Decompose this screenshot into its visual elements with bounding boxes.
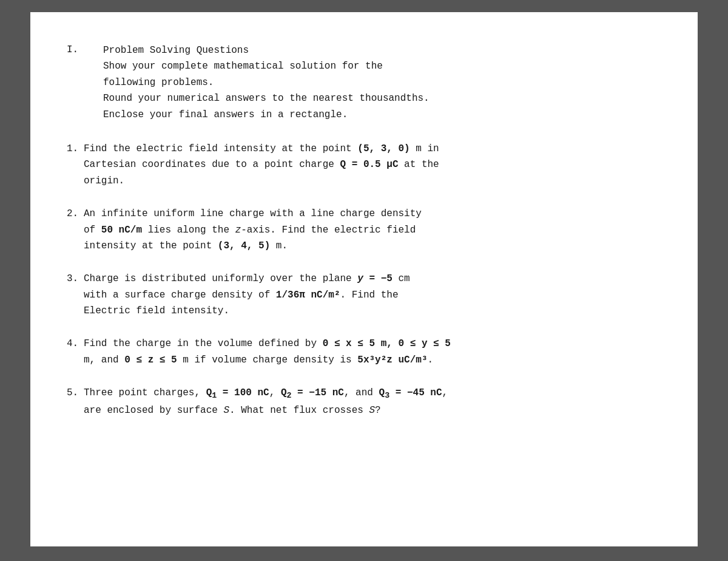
problem-5-body: Three point charges, Q1 = 100 nC, Q2 = −… [84, 385, 661, 419]
problem-3-line-2: with a surface charge density of 1/36π n… [84, 287, 661, 303]
problem-2-density: 50 nC/m [101, 225, 142, 236]
problem-1-point: (5, 3, 0) [357, 143, 410, 154]
section-i: I. Problem Solving Questions Show your c… [67, 42, 661, 123]
problem-3: 3. Charge is distributed uniformly over … [67, 271, 661, 319]
section-i-line-5: Enclose your final answers in a rectangl… [103, 107, 661, 123]
problem-4-density: 5x³y²z uC/m³ [357, 355, 427, 365]
problem-2-line-3: intensity at the point (3, 4, 5) m. [84, 238, 661, 254]
problem-4-line-2: m, and 0 ≤ z ≤ 5 m if volume charge dens… [84, 352, 661, 368]
problem-3-line-3: Electric field intensity. [84, 303, 661, 319]
problem-1: 1. Find the electric field intensity at … [67, 141, 661, 189]
problem-4-first-line: 4. Find the charge in the volume defined… [67, 336, 661, 368]
problem-2-first-line: 2. An infinite uniform line charge with … [67, 206, 661, 254]
problem-1-body: Find the electric field intensity at the… [84, 141, 661, 189]
paper-page: I. Problem Solving Questions Show your c… [30, 12, 698, 546]
problem-2-number: 2. [67, 206, 84, 222]
problem-5-q1: Q1 = 100 nC [206, 387, 269, 398]
problem-4: 4. Find the charge in the volume defined… [67, 336, 661, 368]
problem-4-line-1: Find the charge in the volume defined by… [84, 336, 661, 352]
problem-3-number: 3. [67, 271, 84, 287]
problem-5-line-1: Three point charges, Q1 = 100 nC, Q2 = −… [84, 385, 661, 403]
problem-5-line-2: are enclosed by surface S. What net flux… [84, 403, 661, 418]
section-i-line-2: Show your complete mathematical solution… [103, 58, 661, 74]
problem-2: 2. An infinite uniform line charge with … [67, 206, 661, 254]
problem-1-line-2: Cartesian coordinates due to a point cha… [84, 157, 661, 172]
section-i-line-4: Round your numerical answers to the near… [103, 90, 661, 106]
content-area: I. Problem Solving Questions Show your c… [67, 42, 661, 419]
problem-4-bounds2: 0 ≤ z ≤ 5 [124, 355, 177, 365]
problem-3-body: Charge is distributed uniformly over the… [84, 271, 661, 319]
problem-1-first-line: 1. Find the electric field intensity at … [67, 141, 661, 189]
section-i-line-1: Problem Solving Questions [103, 42, 661, 58]
problem-5-first-line: 5. Three point charges, Q1 = 100 nC, Q2 … [67, 385, 661, 419]
problem-4-body: Find the charge in the volume defined by… [84, 336, 661, 368]
section-i-line-3: following problems. [103, 75, 661, 90]
problem-3-line-1: Charge is distributed uniformly over the… [84, 271, 661, 287]
problem-5-number: 5. [67, 385, 84, 401]
problem-1-charge: Q = 0.5 μC [340, 159, 398, 170]
problem-5-q2: Q2 = −15 nC [281, 387, 344, 398]
problem-2-point: (3, 4, 5) [218, 240, 270, 251]
problem-1-line-3: origin. [84, 173, 661, 189]
problem-3-density: 1/36π nC/m² [276, 290, 340, 301]
problem-3-plane: y = −5 [357, 273, 393, 284]
problem-5-q3: Q3 = −45 nC [379, 387, 442, 398]
section-i-label: I. [67, 42, 103, 123]
problem-4-number: 4. [67, 336, 84, 352]
problem-2-body: An infinite uniform line charge with a l… [84, 206, 661, 254]
problem-2-line-1: An infinite uniform line charge with a l… [84, 206, 661, 222]
problem-5: 5. Three point charges, Q1 = 100 nC, Q2 … [67, 385, 661, 419]
problem-1-line-1: Find the electric field intensity at the… [84, 141, 661, 157]
problem-4-bounds1: 0 ≤ x ≤ 5 m, 0 ≤ y ≤ 5 [323, 338, 451, 349]
section-i-body: Problem Solving Questions Show your comp… [103, 42, 661, 123]
problem-3-first-line: 3. Charge is distributed uniformly over … [67, 271, 661, 319]
problem-1-number: 1. [67, 141, 84, 157]
problem-2-line-2: of 50 nC/m lies along the z-axis. Find t… [84, 222, 661, 238]
